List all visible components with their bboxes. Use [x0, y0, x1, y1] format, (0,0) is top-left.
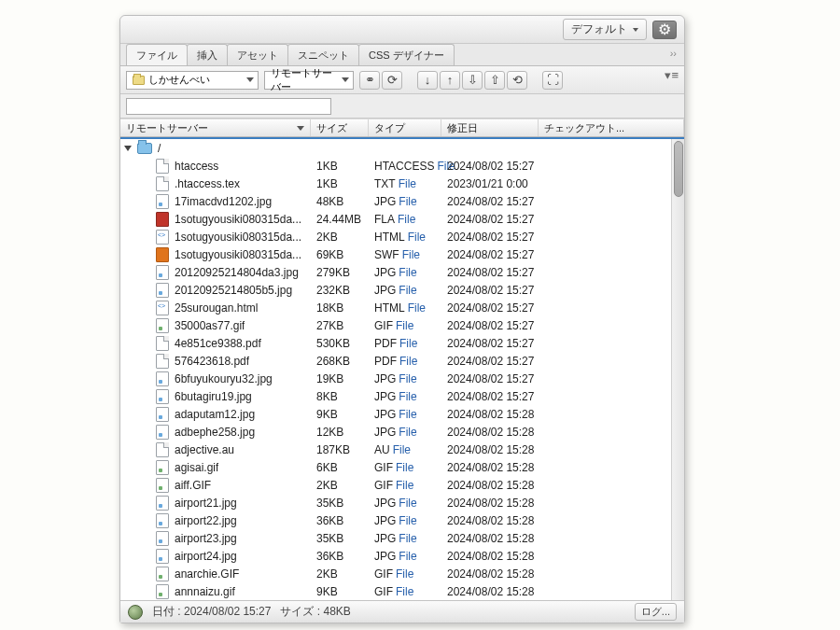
file-row[interactable]: 25surougan.html18KBHTMLFile2024/08/02 15…: [120, 299, 684, 316]
img-file-icon: [156, 531, 169, 546]
checkin-button[interactable]: ⇧: [484, 71, 505, 90]
checkin-icon: ⇧: [490, 73, 500, 87]
connect-button[interactable]: ⚭: [359, 71, 380, 90]
file-row[interactable]: aiff.GIF2KBGIFFile2024/08/02 15:28: [120, 476, 684, 494]
file-size: 187KB: [311, 443, 369, 456]
layout-dropdown[interactable]: デフォルト: [563, 19, 647, 40]
file-row[interactable]: 35000as77.gif27KBGIFFile2024/08/02 15:27: [120, 316, 684, 334]
file-type: GIFFile: [369, 461, 441, 474]
file-row[interactable]: adaputam12.jpg9KBJPGFile2024/08/02 15:28: [120, 405, 684, 423]
file-size: 268KB: [311, 355, 369, 368]
file-row[interactable]: htaccess1KBHTACCESSFile2024/08/02 15:27: [120, 157, 684, 175]
file-list-scroll[interactable]: / htaccess1KBHTACCESSFile2024/08/02 15:2…: [120, 139, 684, 600]
column-header-type[interactable]: タイプ: [369, 119, 441, 136]
disclosure-triangle-icon[interactable]: [124, 146, 132, 151]
file-row[interactable]: 20120925214805b5.jpg232KBJPGFile2024/08/…: [120, 281, 684, 299]
file-search-input[interactable]: [126, 98, 331, 115]
column-header-size[interactable]: サイズ: [311, 119, 369, 136]
file-type: JPGFile: [369, 390, 441, 403]
expand-button[interactable]: ⛶: [542, 71, 563, 90]
img-file-icon: [156, 283, 169, 298]
file-row[interactable]: annnaizu.gif9KBGIFFile2024/08/02 15:28: [120, 582, 684, 600]
settings-button[interactable]: ⚙: [652, 21, 677, 39]
file-name: airport23.jpg: [175, 532, 237, 545]
file-row[interactable]: airport23.jpg35KBJPGFile2024/08/02 15:28: [120, 529, 684, 547]
scroll-thumb[interactable]: [674, 141, 683, 197]
tab-スニペット[interactable]: スニペット: [287, 44, 359, 65]
file-name: 20120925214805b5.jpg: [175, 284, 292, 297]
file-row[interactable]: adjective.au187KBAUFile2024/08/02 15:28: [120, 441, 684, 458]
file-row[interactable]: 1sotugyousiki080315da...24.44MBFLAFile20…: [120, 210, 684, 228]
tab-ファイル[interactable]: ファイル: [126, 44, 188, 65]
file-type: JPGFile: [369, 372, 441, 385]
file-modified: 2024/08/02 15:27: [441, 231, 539, 244]
file-modified: 2024/08/02 15:27: [441, 372, 539, 385]
file-name: agisai.gif: [175, 461, 218, 474]
tab-挿入[interactable]: 挿入: [187, 44, 228, 65]
gif-file-icon: [156, 567, 169, 581]
titlebar: デフォルト ⚙: [120, 16, 684, 44]
file-type: JPGFile: [369, 497, 441, 510]
file-type: HTACCESSFile: [369, 160, 441, 173]
sync-button[interactable]: ⟲: [507, 71, 527, 90]
gear-icon: ⚙: [658, 21, 671, 38]
file-row[interactable]: airport24.jpg36KBJPGFile2024/08/02 15:28: [120, 547, 684, 565]
panel-flyout-menu-icon[interactable]: ▾≡: [665, 68, 679, 82]
file-type: JPGFile: [369, 550, 441, 563]
file-row[interactable]: 4e851ce9388.pdf530KBPDFFile2024/08/02 15…: [120, 334, 684, 352]
file-row[interactable]: .htaccess.tex1KBTXTFile2023/01/21 0:00: [120, 175, 684, 192]
file-row[interactable]: anarchie.GIF2KBGIFFile2024/08/02 15:28: [120, 565, 684, 582]
file-size: 1KB: [311, 160, 369, 173]
file-modified: 2024/08/02 15:27: [441, 390, 539, 403]
site-dropdown[interactable]: しかせんべい: [126, 71, 259, 90]
file-type: JPGFile: [369, 426, 441, 439]
server-dropdown[interactable]: リモートサーバー: [264, 71, 354, 90]
file-row[interactable]: 17imacdvd1202.jpg48KBJPGFile2024/08/02 1…: [120, 192, 684, 210]
refresh-button[interactable]: ⟳: [382, 71, 402, 90]
globe-icon[interactable]: [128, 605, 143, 620]
gif-file-icon: [156, 460, 169, 475]
put-button[interactable]: ↑: [440, 71, 460, 90]
file-size: 530KB: [311, 337, 369, 350]
file-size: 9KB: [311, 408, 369, 421]
checkout-button[interactable]: ⇩: [462, 71, 483, 90]
file-row[interactable]: 6bfuyukouryu32.jpg19KBJPGFile2024/08/02 …: [120, 370, 684, 387]
file-size: 9KB: [311, 585, 369, 598]
file-name: 6bfuyukouryu32.jpg: [175, 372, 273, 385]
file-size: 2KB: [311, 479, 369, 492]
tab-アセット[interactable]: アセット: [227, 44, 288, 65]
file-type: TXTFile: [369, 177, 441, 190]
column-header-checkout[interactable]: チェックアウト...: [539, 119, 684, 136]
file-row[interactable]: 1sotugyousiki080315da...69KBSWFFile2024/…: [120, 245, 684, 263]
status-date: 日付 : 2024/08/02 15:27 サイズ : 48KB: [152, 604, 351, 620]
column-header-modified[interactable]: 修正日: [441, 119, 539, 136]
file-row[interactable]: airport22.jpg36KBJPGFile2024/08/02 15:28: [120, 511, 684, 529]
file-name: 17imacdvd1202.jpg: [175, 195, 272, 208]
file-row[interactable]: 576423618.pdf268KBPDFFile2024/08/02 15:2…: [120, 352, 684, 370]
file-name: 25surougan.html: [175, 301, 258, 315]
file-row[interactable]: 6butagiru19.jpg8KBJPGFile2024/08/02 15:2…: [120, 387, 684, 405]
file-row[interactable]: adbephe258.jpg12KBJPGFile2024/08/02 15:2…: [120, 423, 684, 441]
vertical-scrollbar[interactable]: [671, 139, 684, 600]
get-button[interactable]: ↓: [417, 71, 438, 90]
tab-CSS デザイナー[interactable]: CSS デザイナー: [358, 44, 455, 65]
file-size: 1KB: [311, 177, 369, 190]
file-name: 6butagiru19.jpg: [175, 390, 252, 403]
log-button[interactable]: ログ...: [635, 603, 677, 621]
file-size: 279KB: [311, 266, 369, 279]
file-row[interactable]: 20120925214804da3.jpg279KBJPGFile2024/08…: [120, 263, 684, 281]
root-folder-row[interactable]: /: [120, 139, 684, 157]
file-row[interactable]: airport21.jpg35KBJPGFile2024/08/02 15:28: [120, 494, 684, 511]
file-size: 18KB: [311, 301, 369, 315]
file-type: PDFFile: [369, 355, 441, 368]
file-name: adaputam12.jpg: [175, 408, 255, 421]
root-folder-label: /: [158, 142, 161, 155]
file-modified: 2024/08/02 15:27: [441, 319, 539, 332]
column-header-name[interactable]: リモートサーバー: [120, 119, 311, 136]
file-type: SWFFile: [369, 248, 441, 261]
statusbar: 日付 : 2024/08/02 15:27 サイズ : 48KB ログ...: [120, 600, 684, 623]
file-row[interactable]: 1sotugyousiki080315da...2KBHTMLFile2024/…: [120, 228, 684, 245]
file-row[interactable]: agisai.gif6KBGIFFile2024/08/02 15:28: [120, 458, 684, 476]
file-type: JPGFile: [369, 408, 441, 421]
dock-handle-icon[interactable]: ››: [670, 48, 677, 59]
